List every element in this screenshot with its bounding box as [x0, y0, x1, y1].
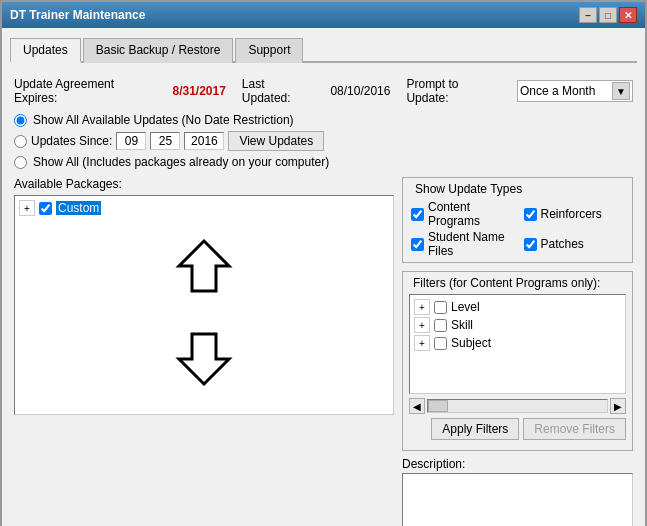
arrow-container [19, 236, 389, 392]
tab-backup[interactable]: Basic Backup / Restore [83, 38, 234, 63]
checkbox-patches-input[interactable] [524, 238, 537, 251]
filter-expand-subject-icon[interactable]: + [414, 335, 430, 351]
checkbox-content-programs: Content Programs [411, 200, 512, 228]
apply-filters-button[interactable]: Apply Filters [431, 418, 519, 440]
last-updated-label: Last Updated: [242, 77, 315, 105]
checkbox-content-programs-input[interactable] [411, 208, 424, 221]
filters-group: Filters (for Content Programs only): + L… [402, 271, 633, 451]
arrow-down-icon [174, 329, 234, 392]
description-section: Description: Details... [402, 457, 633, 526]
radio-show-all-label: Show All (Includes packages already on y… [33, 155, 329, 169]
arrow-up-icon [174, 236, 234, 299]
radio-updates-since: Updates Since: View Updates [14, 131, 633, 151]
updates-panel: Update Agreement Expires: 8/31/2017 Last… [10, 71, 637, 526]
filters-legend: Filters (for Content Programs only): [409, 276, 604, 290]
packages-tree[interactable]: + Custom [14, 195, 394, 415]
titlebar: DT Trainer Maintenance – □ ✕ [2, 2, 645, 28]
filter-item-level: + Level [414, 299, 621, 315]
update-types-grid: Content Programs Reinforcers Student Nam… [411, 200, 624, 258]
tab-updates[interactable]: Updates [10, 38, 81, 63]
right-column: Show Update Types Content Programs Reinf… [402, 177, 633, 526]
filter-item-skill: + Skill [414, 317, 621, 333]
month-field[interactable] [116, 132, 146, 150]
tab-bar: Updates Basic Backup / Restore Support [10, 36, 637, 63]
scroll-right-btn[interactable]: ▶ [610, 398, 626, 414]
last-updated-date: 08/10/2016 [330, 84, 390, 98]
maximize-button[interactable]: □ [599, 7, 617, 23]
prompt-label: Prompt to Update: [406, 77, 501, 105]
tree-label-custom: Custom [56, 201, 101, 215]
prompt-dropdown-wrapper: Once a Month Weekly Never ▼ [517, 80, 633, 102]
checkbox-student-name-files-input[interactable] [411, 238, 424, 251]
filter-checkbox-skill[interactable] [434, 319, 447, 332]
filter-buttons: Apply Filters Remove Filters [409, 418, 626, 440]
tab-support[interactable]: Support [235, 38, 303, 63]
titlebar-buttons: – □ ✕ [579, 7, 637, 23]
window-title: DT Trainer Maintenance [10, 8, 145, 22]
filter-item-subject: + Subject [414, 335, 621, 351]
checkbox-student-name-files-label: Student Name Files [428, 230, 512, 258]
horizontal-scrollbar: ◀ ▶ [409, 398, 626, 414]
checkbox-content-programs-label: Content Programs [428, 200, 512, 228]
radio-since-input[interactable] [14, 135, 27, 148]
day-field[interactable] [150, 132, 180, 150]
checkbox-patches-label: Patches [541, 237, 584, 251]
tree-expand-icon[interactable]: + [19, 200, 35, 216]
update-types-legend: Show Update Types [411, 182, 526, 196]
main-columns: Available Packages: + Custom [14, 177, 633, 526]
checkbox-patches: Patches [524, 230, 625, 258]
scroll-thumb [428, 400, 448, 412]
update-types-group: Show Update Types Content Programs Reinf… [402, 177, 633, 263]
svg-marker-0 [179, 241, 229, 291]
remove-filters-button[interactable]: Remove Filters [523, 418, 626, 440]
filter-label-level: Level [451, 300, 480, 314]
scroll-left-btn[interactable]: ◀ [409, 398, 425, 414]
close-button[interactable]: ✕ [619, 7, 637, 23]
agreement-label: Update Agreement Expires: [14, 77, 156, 105]
filter-label-skill: Skill [451, 318, 473, 332]
filter-expand-level-icon[interactable]: + [414, 299, 430, 315]
agreement-date: 8/31/2017 [172, 84, 225, 98]
checkbox-reinforcers-input[interactable] [524, 208, 537, 221]
filters-tree[interactable]: + Level + Skill + [409, 294, 626, 394]
main-window: DT Trainer Maintenance – □ ✕ Updates Bas… [0, 0, 647, 526]
radio-show-all-input[interactable] [14, 156, 27, 169]
radio-since-prefix: Updates Since: [31, 134, 112, 148]
filter-checkbox-level[interactable] [434, 301, 447, 314]
radio-all-updates-input[interactable] [14, 114, 27, 127]
svg-marker-1 [179, 334, 229, 384]
checkbox-reinforcers-label: Reinforcers [541, 207, 602, 221]
tree-checkbox-custom[interactable] [39, 202, 52, 215]
minimize-button[interactable]: – [579, 7, 597, 23]
radio-group: Show All Available Updates (No Date Rest… [14, 113, 633, 169]
filter-label-subject: Subject [451, 336, 491, 350]
description-label: Description: [402, 457, 633, 471]
radio-show-all: Show All (Includes packages already on y… [14, 155, 633, 169]
filter-expand-skill-icon[interactable]: + [414, 317, 430, 333]
prompt-dropdown[interactable]: Once a Month Weekly Never [520, 84, 612, 98]
scroll-track[interactable] [427, 399, 608, 413]
content-area: Updates Basic Backup / Restore Support U… [2, 28, 645, 526]
tree-item-custom: + Custom [19, 200, 389, 216]
view-updates-button[interactable]: View Updates [228, 131, 324, 151]
info-row: Update Agreement Expires: 8/31/2017 Last… [14, 77, 633, 105]
year-field[interactable] [184, 132, 224, 150]
filter-checkbox-subject[interactable] [434, 337, 447, 350]
radio-all-updates-label: Show All Available Updates (No Date Rest… [33, 113, 294, 127]
radio-all-updates: Show All Available Updates (No Date Rest… [14, 113, 633, 127]
packages-label: Available Packages: [14, 177, 394, 191]
checkbox-student-name-files: Student Name Files [411, 230, 512, 258]
left-column: Available Packages: + Custom [14, 177, 394, 526]
checkbox-reinforcers: Reinforcers [524, 200, 625, 228]
dropdown-chevron-icon[interactable]: ▼ [612, 82, 630, 100]
description-area [402, 473, 633, 526]
